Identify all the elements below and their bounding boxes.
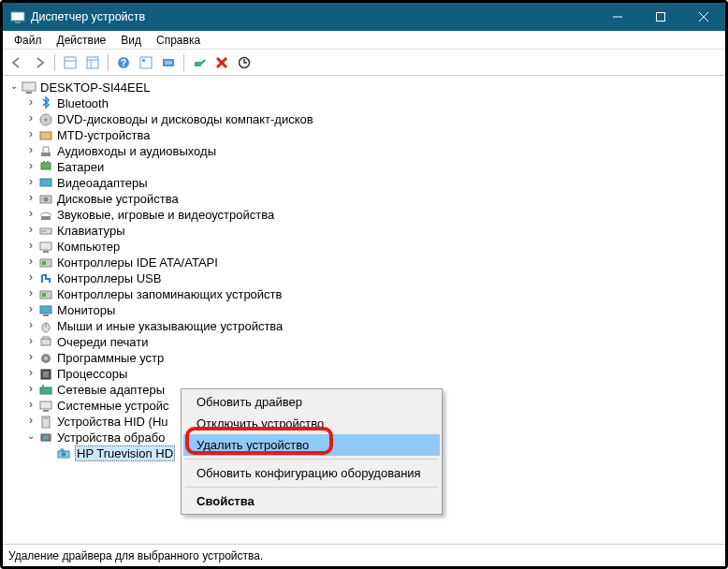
svg-rect-30 — [40, 179, 51, 186]
chevron-icon[interactable] — [25, 270, 36, 286]
chevron-icon[interactable] — [25, 350, 36, 366]
help-icon[interactable]: ? — [113, 52, 134, 73]
category-icon — [38, 415, 53, 430]
tree-node[interactable]: Видеоадаптеры — [5, 175, 723, 191]
chevron-icon[interactable] — [25, 302, 36, 318]
tree-node-label: Мыши и иные указывающие устройства — [57, 318, 283, 334]
chevron-down-icon[interactable] — [8, 80, 20, 95]
titlebar: Диспетчер устройств — [3, 3, 725, 31]
menu-view[interactable]: Вид — [113, 32, 149, 49]
computer-icon — [22, 80, 36, 95]
context-menu-update-driver[interactable]: Обновить драйвер — [183, 391, 440, 413]
scan-hardware-icon[interactable] — [158, 52, 179, 73]
context-menu-scan-hardware[interactable]: Обновить конфигурацию оборудования — [183, 462, 440, 484]
svg-point-32 — [44, 197, 49, 201]
chevron-icon[interactable] — [25, 366, 36, 382]
menu-file[interactable]: Файл — [7, 32, 50, 49]
svg-rect-56 — [40, 401, 51, 409]
minimize-button[interactable] — [596, 3, 639, 31]
category-icon — [38, 192, 53, 207]
tree-node[interactable]: Компьютер — [5, 239, 723, 255]
menu-help[interactable]: Справка — [149, 32, 208, 49]
chevron-icon[interactable] — [25, 143, 36, 159]
camera-icon — [56, 446, 71, 461]
toolbar-icon-3[interactable] — [136, 52, 156, 73]
chevron-icon[interactable] — [25, 95, 36, 111]
tree-node[interactable]: Bluetooth — [5, 95, 723, 111]
menu-action[interactable]: Действие — [50, 32, 114, 49]
chevron-icon[interactable] — [25, 111, 36, 127]
svg-rect-44 — [40, 306, 51, 314]
tree-node[interactable]: Контроллеры USB — [5, 270, 723, 286]
menubar: Файл Действие Вид Справка — [3, 31, 725, 50]
tree-node-label: Устройства обрабо — [57, 430, 165, 445]
enable-device-icon[interactable] — [189, 52, 210, 73]
tree-node[interactable]: Звуковые, игровые и видеоустройства — [5, 207, 723, 223]
tree-node[interactable]: Очереди печати — [5, 334, 723, 350]
window-title: Диспетчер устройств — [31, 10, 596, 23]
context-menu-properties[interactable]: Свойства — [183, 490, 440, 512]
toolbar-icon-2[interactable] — [82, 52, 103, 73]
app-icon — [10, 9, 25, 24]
category-icon — [38, 351, 53, 366]
tree-node[interactable]: DVD-дисководы и дисководы компакт-дисков — [5, 111, 723, 127]
category-icon — [38, 287, 53, 302]
window-buttons — [596, 3, 725, 31]
tree-node[interactable]: Аудиовходы и аудиовыходы — [5, 143, 723, 159]
context-menu-disable-device[interactable]: Отключить устройство — [183, 413, 440, 434]
tree-node[interactable]: MTD-устройства — [5, 127, 723, 143]
tree-node[interactable]: Дисковые устройства — [5, 191, 723, 207]
chevron-icon[interactable] — [25, 175, 36, 191]
svg-rect-3 — [657, 13, 665, 22]
close-button[interactable] — [682, 3, 725, 31]
chevron-icon[interactable] — [25, 334, 36, 350]
category-icon — [38, 319, 53, 334]
statusbar: Удаление драйвера для выбранного устройс… — [3, 544, 725, 566]
chevron-icon[interactable] — [25, 239, 36, 255]
tree-node[interactable]: Программные устр — [5, 350, 723, 366]
context-menu: Обновить драйвер Отключить устройство Уд… — [181, 388, 443, 515]
uninstall-device-icon[interactable] — [211, 52, 232, 73]
chevron-icon[interactable] — [25, 159, 36, 175]
chevron-icon[interactable] — [25, 430, 36, 445]
tree-root[interactable]: DESKTOP-SI44EEL — [5, 80, 723, 95]
svg-rect-8 — [87, 57, 98, 68]
forward-icon[interactable] — [29, 52, 50, 73]
tree-node[interactable]: Контроллеры IDE ATA/ATAPI — [5, 255, 723, 270]
tree-child-label: HP Truevision HD — [75, 445, 175, 461]
device-tree-panel: DESKTOP-SI44EEL BluetoothDVD-дисководы и… — [3, 76, 725, 544]
back-icon[interactable] — [7, 52, 27, 73]
tree-node-label: Устройства HID (Hu — [57, 414, 168, 430]
chevron-icon[interactable] — [25, 255, 36, 270]
chevron-icon[interactable] — [25, 382, 36, 398]
toolbar-icon-1[interactable] — [60, 52, 80, 73]
svg-point-63 — [62, 452, 66, 457]
update-driver-icon[interactable] — [234, 52, 255, 73]
maximize-button[interactable] — [639, 3, 682, 31]
tree-node-label: Системные устройс — [57, 398, 169, 414]
chevron-icon[interactable] — [25, 127, 36, 143]
tree-node[interactable]: Батареи — [5, 159, 723, 175]
tree-node-label: Видеоадаптеры — [57, 175, 148, 191]
category-icon — [38, 335, 53, 350]
tree-node[interactable]: Контроллеры запоминающих устройств — [5, 286, 723, 302]
tree-node[interactable]: Процессоры — [5, 366, 723, 382]
svg-rect-26 — [41, 153, 51, 156]
tree-node[interactable]: Мыши и иные указывающие устройства — [5, 318, 723, 334]
chevron-icon[interactable] — [25, 191, 36, 207]
chevron-icon[interactable] — [25, 223, 36, 239]
chevron-icon[interactable] — [25, 207, 36, 223]
tree-node[interactable]: Мониторы — [5, 302, 723, 318]
tree-node[interactable]: Клавиатуры — [5, 223, 723, 239]
tree-node-label: Мониторы — [57, 302, 115, 318]
chevron-icon[interactable] — [25, 398, 36, 414]
category-icon — [38, 112, 53, 127]
context-menu-uninstall-device[interactable]: Удалить устройство — [183, 434, 440, 456]
chevron-icon[interactable] — [25, 318, 36, 334]
tree-node-label: Bluetooth — [57, 95, 109, 111]
tree-node-label: MTD-устройства — [57, 127, 150, 143]
chevron-icon[interactable] — [25, 286, 36, 302]
toolbar: ? — [3, 50, 725, 76]
statusbar-text: Удаление драйвера для выбранного устройс… — [8, 549, 263, 562]
svg-point-61 — [44, 435, 48, 439]
